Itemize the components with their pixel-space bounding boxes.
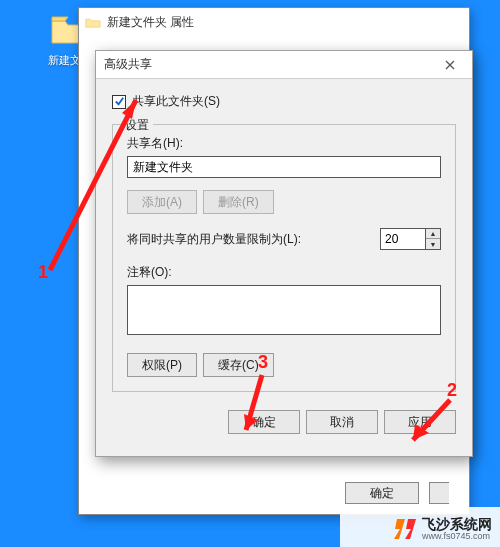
share-checkbox-label: 共享此文件夹(S) — [132, 93, 220, 110]
ok-button[interactable]: 确定 — [228, 410, 300, 434]
advanced-sharing-dialog: 高级共享 共享此文件夹(S) 设置 共享名(H): 添加(A) 删除(R) 将同… — [95, 50, 473, 457]
svg-marker-7 — [405, 519, 416, 539]
user-limit-input[interactable] — [380, 228, 426, 250]
permissions-button[interactable]: 权限(P) — [127, 353, 197, 377]
apply-button[interactable]: 应用 — [384, 410, 456, 434]
cancel-button[interactable]: 取消 — [306, 410, 378, 434]
annotation-1: 1 — [38, 262, 48, 283]
watermark: 飞沙系统网 www.fs0745.com — [394, 517, 492, 541]
properties-ok-button[interactable]: 确定 — [345, 482, 419, 504]
user-limit-label: 将同时共享的用户数量限制为(L): — [127, 231, 301, 248]
close-icon — [445, 60, 455, 70]
properties-cancel-button-partial[interactable] — [429, 482, 449, 504]
share-checkbox[interactable] — [112, 95, 126, 109]
add-button[interactable]: 添加(A) — [127, 190, 197, 214]
share-name-input[interactable] — [127, 156, 441, 178]
share-checkbox-row[interactable]: 共享此文件夹(S) — [112, 93, 456, 110]
properties-actions: 确定 — [345, 482, 449, 504]
close-button[interactable] — [436, 55, 464, 75]
svg-marker-6 — [394, 519, 405, 539]
watermark-url: www.fs0745.com — [422, 532, 492, 541]
annotation-3: 3 — [258, 352, 268, 373]
watermark-logo-icon — [394, 517, 418, 541]
annotation-2: 2 — [447, 380, 457, 401]
advanced-title: 高级共享 — [104, 56, 152, 73]
advanced-title-bar[interactable]: 高级共享 — [96, 51, 472, 79]
spinner-down[interactable]: ▼ — [426, 239, 440, 249]
folder-icon — [85, 15, 101, 29]
notes-label: 注释(O): — [127, 264, 441, 281]
watermark-name: 飞沙系统网 — [422, 517, 492, 532]
notes-textarea[interactable] — [127, 285, 441, 335]
spinner-up[interactable]: ▲ — [426, 229, 440, 239]
share-name-label: 共享名(H): — [127, 135, 441, 152]
settings-group: 设置 共享名(H): 添加(A) 删除(R) 将同时共享的用户数量限制为(L):… — [112, 124, 456, 392]
user-limit-spinner[interactable]: ▲ ▼ — [380, 228, 441, 250]
settings-group-label: 设置 — [121, 117, 153, 134]
dialog-actions: 确定 取消 应用 — [96, 400, 472, 444]
properties-title: 新建文件夹 属性 — [107, 14, 194, 31]
check-icon — [114, 96, 125, 107]
remove-button[interactable]: 删除(R) — [203, 190, 274, 214]
properties-title-bar[interactable]: 新建文件夹 属性 — [79, 8, 469, 36]
